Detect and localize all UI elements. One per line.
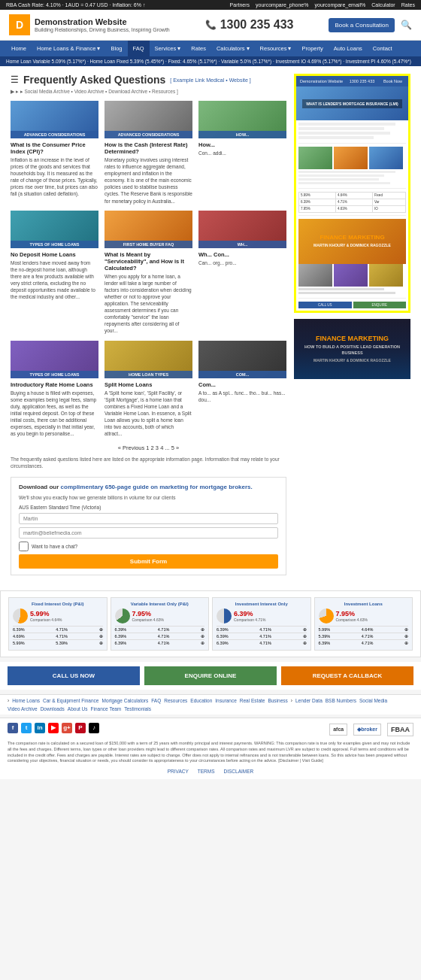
search-icon[interactable]: 🔍 [401,20,412,30]
email-input[interactable] [19,527,278,539]
privacy-link[interactable]: PRIVACY [168,768,189,775]
sidebar-row-imgs [298,147,406,169]
footer-real-estate[interactable]: Real Estate [240,698,265,703]
footer-faq[interactable]: FAQ [151,698,161,703]
footer-insurance[interactable]: Insurance [215,698,237,703]
nav-blog[interactable]: Blog [105,41,127,56]
sidebar-td: 4.71% [335,199,372,205]
footer-finance-team[interactable]: Finance Team [91,706,122,711]
article-text-3: Con... addi... [198,150,286,156]
rate-rows-variable: 6.39% 4.71% ⊕ 6.39% 4.71% ⊕ 6.39% 4.71% … [115,626,205,646]
phone-link[interactable]: yourcompare_phone% [256,2,308,8]
article-title-3[interactable]: How... [198,141,286,148]
sidebar-book-author: MARTIN KHOURY & DOMINICK RAGOZZLE [313,243,391,248]
sidebar-enquire-button[interactable]: ENQUIRE [353,302,407,308]
sidebar-call-button[interactable]: CALL US [298,302,352,308]
footer-resources[interactable]: Resources [164,698,187,703]
footer-bsb[interactable]: BSB Numbers [326,698,356,703]
header-right: Book a Consultation 🔍 [329,18,412,32]
article-title-1[interactable]: What is the Consumer Price Index (CPI)? [11,141,98,155]
sidebar-book-title-text: FINANCE MARKETING [313,234,391,241]
breadcrumb-text: ▶ ▸ ▸ Social Media Archive • Video Archi… [11,89,178,94]
article-text-6: Can... org... pro... [198,259,286,266]
rate-io2: 4.71% [259,627,271,632]
submit-button[interactable]: Submit Form [19,554,278,569]
rate-comparison-label-io: Comparison 4.71% [234,617,266,622]
nav-rates[interactable]: Rates [186,41,211,56]
footer-car-finance[interactable]: Car & Equipment Finance [43,698,98,703]
request-callback-button[interactable]: REQUEST A CALLBACK [281,666,413,685]
nav-home[interactable]: Home [6,41,32,56]
pinterest-icon[interactable]: P [75,723,86,733]
article-title-6[interactable]: Wh... Con... [198,251,286,258]
sidebar-td: 5.99% [299,193,336,199]
footer-lender-data[interactable]: Lender Data [295,698,323,703]
rate-box-title-investment-loans: Investment Loans [319,602,409,606]
sidebar-hero-text: WHAT IS LENDER'S MORTGAGE INSURANCE (LMI… [302,99,401,108]
rate-numbers-fixed: 5.99% [30,610,62,617]
article-card-2: ADVANCED CONSIDERATIONS How is the Cash … [104,101,192,205]
article-label-2: ADVANCED CONSIDERATIONS [104,131,192,138]
nav-property[interactable]: Property [297,41,329,56]
chat-checkbox[interactable] [19,542,29,551]
top-bar-left: RBA Cash Rate: 4.10% · 1AUD = 0.47 USD ·… [6,2,145,8]
call-us-button[interactable]: CALL US NOW [8,666,140,685]
sidebar-book-btn-small[interactable]: Book Now [381,78,404,84]
rate-icon: ⊕ [201,641,204,645]
nav-home-loans[interactable]: Home Loans & Finance ▾ [32,41,105,56]
footer-about[interactable]: About Us [68,706,88,711]
article-title-8[interactable]: Split Home Loans [104,381,192,388]
terms-link[interactable]: TERMS [198,768,215,775]
twitter-icon[interactable]: t [21,723,32,733]
email-link[interactable]: yourcompare_email% [314,2,365,8]
article-title-4[interactable]: No Deposit Home Loans [11,251,98,258]
rate-l4: 4.71% [362,634,374,639]
nav-calculators[interactable]: Calculators ▾ [211,41,255,56]
name-input[interactable] [19,513,278,524]
book-consultation-button[interactable]: Book a Consultation [329,18,395,32]
article-card-1: ADVANCED CONSIDERATIONS What is the Cons… [11,101,98,205]
article-img-9: COM... [198,341,286,378]
finance-book-author2: MARTIN KHOURY & DOMINICK RAGOZZLE [297,358,407,363]
faq-title: Frequently Asked Questions [23,74,165,86]
footer-calculators[interactable]: Mortgage Calculators [101,698,148,703]
linkedin-icon[interactable]: in [35,723,45,733]
sidebar-rates-table: 5.99%4.64%Fixed 6.39%4.71%Var 7.95%4.63%… [298,192,406,213]
rate-comparison-variable: 4.63% [153,617,164,622]
nav-faq[interactable]: FAQ [128,41,150,56]
disclaimer-link[interactable]: DISCLAIMER [224,768,254,775]
sidebar-website-header: Demonstration Website 1300 235 433 Book … [296,76,408,86]
rates-link[interactable]: Rates [401,2,415,8]
nav-auto-loans[interactable]: Auto Loans [329,41,368,56]
footer-social-media[interactable]: Social Media [359,698,387,703]
nav-contact[interactable]: Contact [368,41,398,56]
rate-row-l3: 6.39% 4.71% ⊕ [319,639,409,646]
pagination-text[interactable]: « Previous 1 2 3 4 ... 5 » [118,444,179,451]
header-phone[interactable]: 📞 1300 235 433 [205,18,294,32]
nav-resources[interactable]: Resources ▾ [255,41,297,56]
calculator-link[interactable]: Calculator [371,2,395,8]
article-title-7[interactable]: Introductory Rate Home Loans [11,381,98,388]
facebook-icon[interactable]: f [8,723,18,733]
footer-downloads[interactable]: Downloads [41,706,65,711]
article-title-9[interactable]: Com... [198,381,286,388]
pagination: « Previous 1 2 3 4 ... 5 » [11,444,286,451]
article-title-5[interactable]: What is Meant by "Serviceability", and H… [104,251,192,272]
rate-row-2: 4.69% 4.71% ⊕ [13,633,103,639]
rate-val-2: 4.71% [56,627,68,632]
faq-example-links[interactable]: [ Example Link Medical • Website ] [170,77,250,83]
article-title-2[interactable]: How is the Cash (Interest Rate) Determin… [104,141,192,155]
rate-box-title-fixed: Fixed Interest Only (P&I) [13,602,103,606]
footer-education[interactable]: Education [190,698,212,703]
partners-link[interactable]: Partners [230,2,250,8]
footer-testimonials[interactable]: Testimonials [124,706,151,711]
footer-business[interactable]: Business [268,698,287,703]
tiktok-icon[interactable]: ♪ [89,723,99,733]
googleplus-icon[interactable]: g+ [62,723,72,733]
rate-row-v2: 6.39% 4.71% ⊕ [115,633,205,639]
youtube-icon[interactable]: ▶ [48,723,59,733]
enquire-online-button[interactable]: ENQUIRE ONLINE [144,666,277,685]
nav-services[interactable]: Services ▾ [150,41,186,56]
footer-video-archive[interactable]: Video Archive [8,706,38,711]
footer-home-loans[interactable]: Home Loans [12,698,40,703]
